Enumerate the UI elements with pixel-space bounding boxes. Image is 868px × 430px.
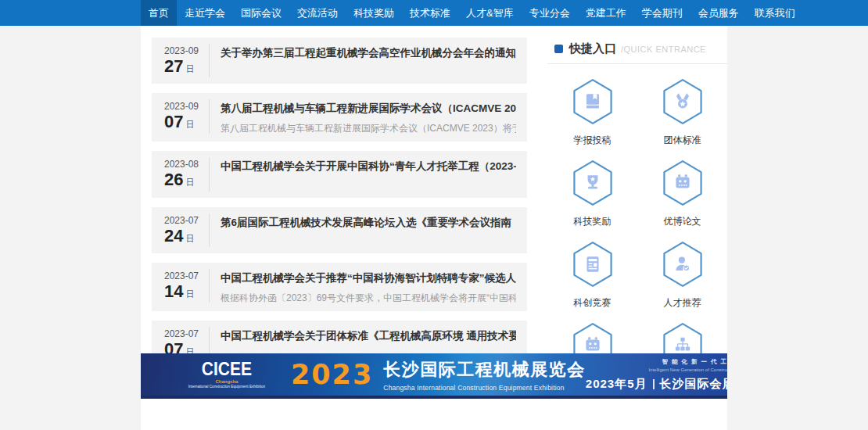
news-date-yearmonth: 2023-08 bbox=[164, 159, 204, 170]
talent-recommend-person-icon bbox=[662, 241, 704, 288]
quick-entrance-title: 快捷入口 bbox=[569, 41, 616, 56]
divider bbox=[653, 379, 655, 389]
news-title-link[interactable]: 中国工程机械学会关于开展中国科协“青年人才托举工程（2023-2025年度）”候… bbox=[221, 159, 516, 174]
news-date-yearmonth: 2023-09 bbox=[164, 45, 204, 56]
quick-entry-label: 团体标准 bbox=[664, 134, 701, 147]
news-title-link[interactable]: 中国工程机械学会关于团体标准《工程机械高原环境 通用技术要求》与《液压挖掘机能耗… bbox=[221, 329, 516, 343]
news-list-item[interactable]: 2023-07 14日 中国工程机械学会关于推荐“中国科协海智计划特聘专家”候选… bbox=[152, 263, 527, 311]
nav-item-9[interactable]: 学会期刊 bbox=[634, 0, 690, 26]
news-summary: 根据科协外函〔2023〕69号文件要求，中国工程机械学会将开展“中国科协海智特聘… bbox=[221, 292, 516, 305]
quick-entry-talent-recommend-person[interactable]: 人才推荐 bbox=[637, 236, 727, 317]
quick-entrance-panel: 快捷入口 /QUICK ENTRANCE 学报投稿 团体标准 科技奖励 优博论文… bbox=[547, 35, 727, 399]
news-date-day: 07日 bbox=[164, 112, 204, 131]
banner-title-cn: 长沙国际工程机械展览会 bbox=[383, 358, 586, 382]
news-date-day: 14日 bbox=[164, 281, 204, 301]
news-date: 2023-07 24日 bbox=[163, 213, 210, 247]
news-list: 2023-09 27日 关于举办第三届工程起重机械学会高空作业机械分会年会的通知… bbox=[152, 38, 527, 376]
quick-entrance-header: 快捷入口 /QUICK ENTRANCE bbox=[547, 35, 727, 64]
news-date-day: 24日 bbox=[164, 226, 204, 245]
news-date-unit: 日 bbox=[185, 177, 194, 187]
news-date-unit: 日 bbox=[185, 234, 194, 243]
quick-entry-journal-submission[interactable]: 学报投稿 bbox=[547, 73, 637, 155]
quick-entry-label: 科技奖励 bbox=[574, 215, 612, 228]
news-date: 2023-08 26日 bbox=[163, 157, 210, 191]
quick-entrance-grid: 学报投稿 团体标准 科技奖励 优博论文 科创竞赛 人才推荐 国际会议 专业分会 bbox=[547, 64, 727, 399]
news-list-item[interactable]: 2023-07 24日 第6届国际工程机械技术发展高峰论坛入选《重要学术会议指南… bbox=[152, 207, 527, 253]
news-date-yearmonth: 2023-07 bbox=[164, 271, 204, 281]
news-date: 2023-09 07日 bbox=[163, 99, 210, 133]
news-title-link[interactable]: 关于举办第三届工程起重机械学会高空作业机械分会年会的通知 bbox=[221, 46, 516, 60]
main-content: 2023-09 27日 关于举办第三届工程起重机械学会高空作业机械分会年会的通知… bbox=[141, 26, 727, 430]
quick-entry-label: 优博论文 bbox=[664, 215, 701, 228]
nav-item-7[interactable]: 专业分会 bbox=[522, 0, 578, 26]
news-date-yearmonth: 2023-07 bbox=[164, 215, 204, 226]
quick-entrance-subtitle: /QUICK ENTRANCE bbox=[621, 45, 706, 54]
news-title-link[interactable]: 第八届工程机械与车辆工程新进展国际学术会议（ICACMVE 2023）会议通知 bbox=[221, 102, 516, 116]
news-date-yearmonth: 2023-07 bbox=[164, 328, 204, 339]
banner-title-en: Changsha International Construction Equi… bbox=[383, 384, 586, 392]
cicee-logo: CICEE Changsha International Constructio… bbox=[181, 360, 272, 389]
exhibition-banner[interactable]: CICEE Changsha International Constructio… bbox=[141, 353, 727, 399]
banner-year: 2023 bbox=[291, 359, 373, 390]
news-date-unit: 日 bbox=[185, 120, 194, 129]
nav-item-6[interactable]: 人才&智库 bbox=[458, 0, 522, 26]
news-date-yearmonth: 2023-09 bbox=[164, 101, 204, 112]
nav-item-3[interactable]: 交流活动 bbox=[289, 0, 346, 26]
blue-square-bullet-icon bbox=[554, 45, 563, 53]
news-title-link[interactable]: 中国工程机械学会关于推荐“中国科协海智计划特聘专家”候选人的通知 bbox=[221, 271, 516, 285]
news-list-item[interactable]: 2023-08 26日 中国工程机械学会关于开展中国科协“青年人才托举工程（20… bbox=[152, 151, 527, 197]
news-list-item[interactable]: 2023-09 07日 第八届工程机械与车辆工程新进展国际学术会议（ICACMV… bbox=[152, 93, 527, 142]
news-date: 2023-09 27日 bbox=[163, 44, 210, 77]
journal-submission-icon bbox=[572, 78, 614, 125]
news-date-day: 26日 bbox=[164, 170, 204, 189]
quick-entry-label: 人才推荐 bbox=[664, 296, 701, 310]
quick-entry-sci-contest-document[interactable]: 科创竞赛 bbox=[547, 236, 637, 317]
quick-entry-phd-thesis-robot[interactable]: 优博论文 bbox=[637, 155, 727, 236]
nav-item-5[interactable]: 技术标准 bbox=[402, 0, 458, 26]
nav-item-0[interactable]: 首页 bbox=[141, 0, 177, 26]
nav-item-1[interactable]: 走近学会 bbox=[177, 0, 233, 26]
banner-date-venue: 2023年5月长沙国际会展中心 bbox=[586, 377, 727, 392]
news-date-unit: 日 bbox=[185, 289, 194, 299]
quick-entry-label: 科创竞赛 bbox=[574, 296, 612, 310]
quick-entry-tech-award-trophy[interactable]: 科技奖励 bbox=[547, 155, 637, 236]
news-summary: 第八届工程机械与车辆工程新进展国际学术会议（ICACMVE 2023）将于202… bbox=[221, 122, 516, 135]
news-date: 2023-07 14日 bbox=[163, 269, 210, 303]
group-standard-medal-icon bbox=[662, 78, 704, 125]
nav-item-4[interactable]: 科技奖励 bbox=[346, 0, 402, 26]
banner-tagline-cn: 智能化新一代工程机械 bbox=[586, 358, 727, 366]
top-navigation: 首页走近学会国际会议交流活动科技奖励技术标准人才&智库专业分会党建工作学会期刊会… bbox=[0, 0, 868, 26]
tech-award-trophy-icon bbox=[572, 159, 614, 206]
news-title-link[interactable]: 第6届国际工程机械技术发展高峰论坛入选《重要学术会议指南（2023）》 bbox=[221, 216, 516, 230]
banner-tagline-en: Intelligent New Generation of Constructi… bbox=[586, 367, 727, 372]
news-date-unit: 日 bbox=[185, 64, 194, 73]
news-list-item[interactable]: 2023-09 27日 关于举办第三届工程起重机械学会高空作业机械分会年会的通知 bbox=[152, 38, 527, 84]
sci-contest-document-icon bbox=[572, 241, 614, 288]
phd-thesis-robot-icon bbox=[662, 159, 704, 206]
nav-item-11[interactable]: 联系我们 bbox=[747, 0, 803, 26]
news-date-day: 27日 bbox=[164, 56, 204, 76]
nav-item-2[interactable]: 国际会议 bbox=[233, 0, 289, 26]
nav-item-10[interactable]: 会员服务 bbox=[690, 0, 747, 26]
nav-item-8[interactable]: 党建工作 bbox=[578, 0, 634, 26]
quick-entry-group-standard-medal[interactable]: 团体标准 bbox=[637, 73, 727, 155]
quick-entry-label: 学报投稿 bbox=[574, 134, 612, 147]
